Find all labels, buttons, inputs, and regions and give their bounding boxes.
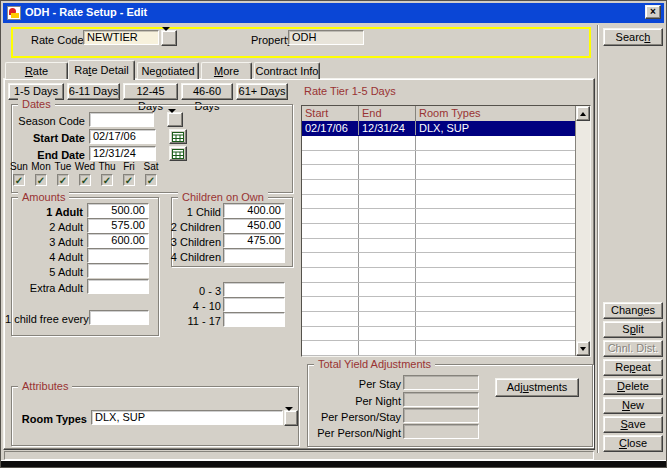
split-button[interactable]: Split: [603, 321, 663, 338]
amount-5-adult-label: 5 Adult: [13, 266, 83, 279]
per-night-field: [403, 392, 479, 407]
amount-4-adult-field[interactable]: [87, 248, 149, 263]
chnl-dist-button: Chnl. Dist.: [603, 340, 663, 357]
new-button[interactable]: New: [603, 397, 663, 414]
age-4-10-field[interactable]: [223, 297, 285, 312]
rate-code-dropdown-button[interactable]: [161, 30, 177, 46]
age-0-3-field[interactable]: [223, 282, 285, 297]
title-bar: ODH - Rate Setup - Edit: [3, 3, 664, 23]
day-checkbox-wed[interactable]: [79, 174, 91, 186]
table-empty-row[interactable]: [302, 327, 575, 342]
rate-code-field[interactable]: NEWTIER: [83, 30, 159, 45]
close-button[interactable]: Close: [603, 435, 663, 452]
table-empty-row[interactable]: [302, 180, 575, 195]
tab-negotiated[interactable]: Negotiated: [137, 62, 199, 79]
rate-setup-window: ODH - Rate Setup - Edit Rate Code NEWTIE…: [0, 0, 667, 468]
cell-end: 12/31/24: [359, 121, 416, 135]
rate-code-label: Rate Code: [31, 34, 84, 47]
save-button[interactable]: Save: [603, 416, 663, 433]
per-person-night-label: Per Person/Night: [307, 427, 401, 440]
child-2-field[interactable]: 450.00: [223, 218, 285, 233]
child-4-label: 4 Children: [169, 251, 221, 264]
day-label-thu: Thu: [95, 161, 119, 172]
day-checkbox-sat[interactable]: [145, 174, 157, 186]
search-button[interactable]: Search: [603, 28, 663, 46]
end-date-field[interactable]: 12/31/24: [89, 146, 156, 161]
rate-tier-title: Rate Tier 1-5 Days: [304, 85, 396, 98]
start-date-field[interactable]: 02/17/06: [89, 129, 156, 144]
child-free-field[interactable]: [89, 310, 149, 325]
amount-extra-adult-field[interactable]: [87, 279, 149, 294]
tab-rate-header[interactable]: Rate Header: [5, 62, 68, 79]
amount-1-adult-field[interactable]: 500.00: [87, 203, 149, 218]
day-tab-6-11[interactable]: 6-11 Days: [67, 83, 120, 100]
amount-3-adult-field[interactable]: 600.00: [87, 233, 149, 248]
property-field[interactable]: ODH: [288, 30, 364, 45]
day-label-fri: Fri: [117, 161, 141, 172]
right-panel-separator: [597, 25, 598, 453]
age-11-17-label: 11 - 17: [169, 315, 221, 328]
child-1-field[interactable]: 400.00: [223, 203, 285, 218]
day-checkbox-tue[interactable]: [57, 174, 69, 186]
age-11-17-field[interactable]: [223, 312, 285, 327]
table-empty-row[interactable]: [302, 136, 575, 151]
amount-3-adult-label: 3 Adult: [13, 236, 83, 249]
table-scrollbar[interactable]: [575, 106, 590, 356]
table-empty-row[interactable]: [302, 209, 575, 224]
room-types-field[interactable]: DLX, SUP: [91, 410, 283, 425]
day-tab-12-45[interactable]: 12-45 Days: [123, 83, 178, 100]
end-date-calendar-icon[interactable]: [169, 146, 187, 161]
season-code-dropdown-button[interactable]: [167, 112, 183, 127]
day-checkbox-fri[interactable]: [123, 174, 135, 186]
table-empty-row[interactable]: [302, 239, 575, 254]
scroll-down-icon[interactable]: [576, 341, 590, 356]
chevron-down-icon: [162, 31, 170, 43]
table-empty-row[interactable]: [302, 268, 575, 283]
per-person-stay-field: [403, 408, 479, 423]
table-empty-row[interactable]: [302, 151, 575, 166]
day-tab-61-plus[interactable]: 61+ Days: [236, 83, 288, 100]
table-empty-row[interactable]: [302, 195, 575, 210]
season-code-field[interactable]: [89, 112, 154, 127]
day-checkbox-mon[interactable]: [35, 174, 47, 186]
table-header-start: Start: [302, 106, 359, 121]
day-checkbox-sun[interactable]: [13, 174, 25, 186]
property-label: Property: [251, 34, 293, 47]
amount-2-adult-field[interactable]: 575.00: [87, 218, 149, 233]
table-empty-row[interactable]: [302, 253, 575, 268]
table-header-end: End: [359, 106, 416, 121]
close-icon[interactable]: [645, 5, 661, 19]
child-free-label: 1 child free every: [5, 313, 87, 326]
table-empty-row[interactable]: [302, 165, 575, 180]
table-header-room-types: Room Types: [416, 106, 575, 121]
repeat-button[interactable]: Repeat: [603, 359, 663, 376]
rate-tier-table: Start End Room Types 02/17/06 12/31/24 D…: [301, 105, 591, 357]
amount-4-adult-label: 4 Adult: [13, 251, 83, 264]
tab-more[interactable]: More: [201, 62, 252, 79]
table-row-selected[interactable]: 02/17/06 12/31/24 DLX, SUP: [302, 121, 575, 136]
per-stay-field: [403, 375, 479, 390]
start-date-calendar-icon[interactable]: [169, 129, 187, 144]
table-empty-row[interactable]: [302, 297, 575, 312]
table-empty-row[interactable]: [302, 224, 575, 239]
tab-rate-detail[interactable]: Rate Detail: [68, 60, 135, 80]
delete-button[interactable]: Delete: [603, 378, 663, 395]
changes-button[interactable]: Changes: [603, 302, 663, 319]
chevron-down-icon: [168, 113, 176, 125]
attributes-legend: Attributes: [18, 380, 72, 393]
amount-2-adult-label: 2 Adult: [13, 221, 83, 234]
child-3-field[interactable]: 475.00: [223, 233, 285, 248]
child-4-field[interactable]: [223, 248, 285, 263]
per-night-label: Per Night: [307, 395, 401, 408]
adjustments-button[interactable]: Adjustments: [495, 378, 579, 397]
tab-contract-info[interactable]: Contract Info: [254, 62, 320, 79]
table-empty-row[interactable]: [302, 341, 575, 356]
scroll-up-icon[interactable]: [576, 106, 590, 121]
day-tab-46-60[interactable]: 46-60 Days: [181, 83, 233, 100]
child-3-label: 3 Children: [169, 236, 221, 249]
table-empty-row[interactable]: [302, 283, 575, 298]
table-empty-row[interactable]: [302, 312, 575, 327]
room-types-dropdown-button[interactable]: [284, 410, 298, 426]
amount-5-adult-field[interactable]: [87, 263, 149, 278]
day-checkbox-thu[interactable]: [101, 174, 113, 186]
